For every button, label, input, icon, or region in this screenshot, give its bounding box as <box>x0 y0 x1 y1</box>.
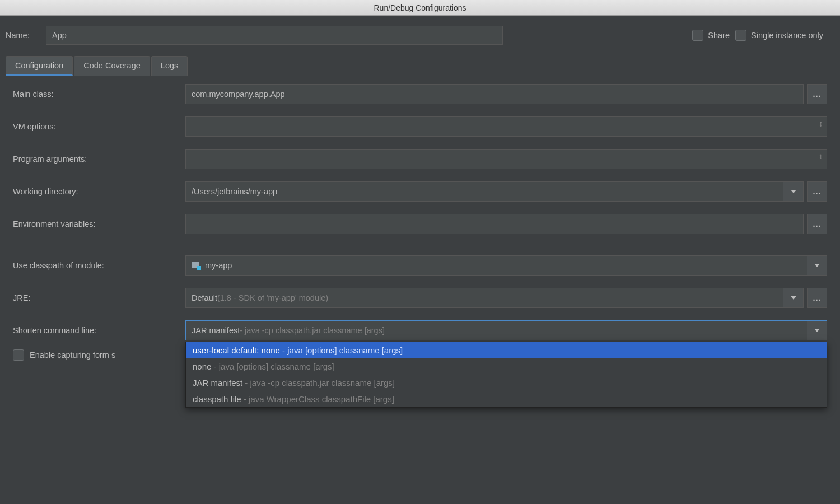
ellipsis-icon: ... <box>813 90 821 99</box>
chevron-down-icon <box>791 296 796 300</box>
tabs: Configuration Code Coverage Logs <box>6 56 834 76</box>
window-titlebar: Run/Debug Configurations <box>0 0 840 16</box>
name-row: Name: Share Single instance only <box>6 26 834 45</box>
working-directory-dropdown-button[interactable] <box>783 181 804 202</box>
program-arguments-row: Program arguments: ⤡ <box>13 149 827 169</box>
tab-code-coverage[interactable]: Code Coverage <box>74 56 150 76</box>
shorten-cmd-field[interactable]: JAR manifest - java -cp classpath.jar cl… <box>185 320 807 340</box>
expand-icon[interactable]: ⤡ <box>816 152 825 161</box>
main-class-value: com.mycompany.app.App <box>192 90 285 99</box>
working-directory-label: Working directory: <box>13 187 185 196</box>
jre-label: JRE: <box>13 293 185 302</box>
window-title: Run/Debug Configurations <box>374 3 466 12</box>
vm-options-field[interactable]: ⤡ <box>185 116 827 137</box>
share-checkbox-item[interactable]: Share <box>692 30 730 41</box>
vm-options-row: VM options: ⤡ <box>13 116 827 137</box>
option-primary: classpath file <box>193 394 241 404</box>
chevron-down-icon <box>791 190 796 193</box>
shorten-cmd-secondary: - java -cp classpath.jar classname [args… <box>240 326 385 335</box>
module-icon <box>192 261 200 270</box>
shorten-cmd-option[interactable]: none - java [options] classname [args] <box>186 358 827 375</box>
main-panel: Name: Share Single instance only Configu… <box>0 16 840 387</box>
jre-browse-button[interactable]: ... <box>807 288 827 308</box>
tab-configuration[interactable]: Configuration <box>6 56 73 76</box>
option-primary: none <box>193 362 211 371</box>
classpath-module-label: Use classpath of module: <box>13 261 185 270</box>
option-secondary: - java [options] classname [args] <box>280 346 403 355</box>
working-directory-field[interactable]: /Users/jetbrains/my-app <box>185 181 783 202</box>
classpath-module-value: my-app <box>205 261 232 270</box>
configuration-panel: Main class: com.mycompany.app.App ... VM… <box>6 76 834 381</box>
main-class-field[interactable]: com.mycompany.app.App <box>185 84 804 104</box>
classpath-module-dropdown-button[interactable] <box>807 255 827 276</box>
option-primary: user-local default: none <box>193 346 280 355</box>
env-variables-field[interactable] <box>185 214 804 234</box>
ellipsis-icon: ... <box>813 220 821 228</box>
jre-field[interactable]: Default (1.8 - SDK of 'my-app' module) <box>185 288 783 308</box>
shorten-cmd-dropdown-button[interactable] <box>807 320 827 340</box>
jre-value-primary: Default <box>192 293 217 302</box>
main-class-label: Main class: <box>13 90 185 99</box>
classpath-module-row: Use classpath of module: my-app <box>13 255 827 276</box>
working-directory-value: /Users/jetbrains/my-app <box>192 187 277 196</box>
enable-capturing-label: Enable capturing form s <box>30 351 115 360</box>
name-label: Name: <box>6 31 39 40</box>
main-class-browse-button[interactable]: ... <box>807 84 827 104</box>
shorten-cmd-row: Shorten command line: JAR manifest - jav… <box>13 320 827 340</box>
jre-dropdown-button[interactable] <box>783 288 804 308</box>
working-directory-browse-button[interactable]: ... <box>807 181 827 202</box>
program-arguments-label: Program arguments: <box>13 155 185 164</box>
tab-logs[interactable]: Logs <box>151 56 188 76</box>
vm-options-label: VM options: <box>13 122 185 131</box>
ellipsis-icon: ... <box>813 293 821 302</box>
shorten-cmd-dropdown-list: user-local default: none - java [options… <box>185 342 827 408</box>
single-instance-checkbox[interactable] <box>735 30 746 41</box>
single-instance-label: Single instance only <box>751 31 823 40</box>
main-class-row: Main class: com.mycompany.app.App ... <box>13 84 827 104</box>
expand-icon[interactable]: ⤡ <box>816 120 825 129</box>
jre-value-secondary: (1.8 - SDK of 'my-app' module) <box>217 293 328 302</box>
option-primary: JAR manifest <box>193 378 242 388</box>
chevron-down-icon <box>814 329 820 332</box>
working-directory-row: Working directory: /Users/jetbrains/my-a… <box>13 181 827 202</box>
checkbox-group: Share Single instance only <box>692 30 823 41</box>
env-variables-label: Environment variables: <box>13 220 185 228</box>
ellipsis-icon: ... <box>813 187 821 196</box>
option-secondary: - java WrapperClass classpathFile [args] <box>241 394 394 404</box>
chevron-down-icon <box>814 264 820 267</box>
jre-row: JRE: Default (1.8 - SDK of 'my-app' modu… <box>13 288 827 308</box>
program-arguments-field[interactable]: ⤡ <box>185 149 827 169</box>
share-label: Share <box>708 31 730 40</box>
env-variables-row: Environment variables: ... <box>13 214 827 234</box>
single-instance-checkbox-item[interactable]: Single instance only <box>735 30 823 41</box>
shorten-cmd-option[interactable]: JAR manifest - java -cp classpath.jar cl… <box>186 375 827 391</box>
option-secondary: - java -cp classpath.jar classname [args… <box>242 378 395 388</box>
env-variables-browse-button[interactable]: ... <box>807 214 827 234</box>
shorten-cmd-primary: JAR manifest <box>192 326 240 335</box>
classpath-module-field[interactable]: my-app <box>185 255 807 276</box>
shorten-cmd-label: Shorten command line: <box>13 326 185 335</box>
shorten-cmd-option[interactable]: user-local default: none - java [options… <box>186 342 827 358</box>
share-checkbox[interactable] <box>692 30 703 41</box>
shorten-cmd-option[interactable]: classpath file - java WrapperClass class… <box>186 391 827 407</box>
enable-capturing-checkbox[interactable] <box>13 349 24 361</box>
option-secondary: - java [options] classname [args] <box>211 362 334 371</box>
name-input[interactable] <box>46 26 503 45</box>
